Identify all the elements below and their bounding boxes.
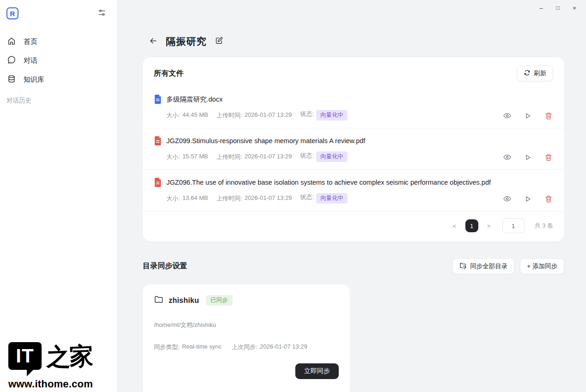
status-label: 状态: bbox=[300, 151, 314, 162]
run-button[interactable] bbox=[523, 153, 532, 163]
pagination: < 1 > 共 3 条 bbox=[143, 211, 564, 241]
trash-icon bbox=[544, 112, 553, 121]
status-badge: 向量化中 bbox=[316, 151, 348, 162]
size-label: 大小: bbox=[166, 194, 180, 203]
sidebar-item-knowledge-base[interactable]: 知识库 bbox=[0, 70, 117, 89]
preview-button[interactable] bbox=[502, 153, 512, 163]
status-badge: 向量化中 bbox=[316, 193, 348, 204]
upload-time: 2026-01-07 13:29 bbox=[244, 111, 292, 120]
play-icon bbox=[524, 195, 532, 205]
folder-sync-icon bbox=[459, 262, 467, 271]
sidebar: R 首页 bbox=[0, 0, 117, 392]
eye-icon bbox=[503, 194, 512, 205]
sync-folder-name: zhishiku bbox=[169, 296, 199, 305]
size-label: 大小: bbox=[166, 153, 180, 161]
sync-section-title: 目录同步设置 bbox=[143, 261, 187, 271]
refresh-button[interactable]: 刷新 bbox=[517, 66, 553, 81]
trash-icon bbox=[544, 153, 553, 163]
sync-now-button[interactable]: 立即同步 bbox=[295, 363, 339, 379]
add-sync-label: + 添加同步 bbox=[527, 262, 557, 271]
trash-icon bbox=[544, 195, 553, 205]
last-sync-label: 上次同步: bbox=[232, 343, 258, 351]
app-logo-letter: R bbox=[10, 10, 15, 17]
eye-icon bbox=[503, 111, 512, 121]
sync-all-button[interactable]: 同步全部目录 bbox=[452, 258, 514, 274]
preview-button[interactable] bbox=[502, 112, 512, 121]
upload-label: 上传时间: bbox=[216, 111, 242, 120]
maximize-button[interactable]: □ bbox=[552, 3, 564, 13]
sidebar-nav: 首页 对话 知识库 bbox=[0, 32, 117, 89]
back-arrow-icon bbox=[149, 36, 158, 47]
delete-button[interactable] bbox=[544, 112, 553, 121]
sidebar-item-label: 对话 bbox=[24, 56, 37, 65]
sliders-icon bbox=[98, 8, 106, 19]
play-icon bbox=[524, 153, 532, 163]
file-name[interactable]: JGZ099.Stimulus-responsive shape memory … bbox=[166, 137, 365, 145]
status-badge: 向量化中 bbox=[316, 110, 348, 121]
main-area: – □ × 隔振研究 bbox=[117, 0, 586, 392]
upload-label: 上传时间: bbox=[216, 153, 242, 161]
doc-file-icon-red bbox=[154, 136, 162, 145]
sync-section-header: 目录同步设置 同步全部目录 bbox=[143, 258, 564, 274]
sync-type-label: 同步类型: bbox=[154, 343, 180, 351]
files-card-title: 所有文件 bbox=[154, 69, 183, 78]
close-button[interactable]: × bbox=[568, 3, 580, 13]
sync-folder-path: /home/mt/文档/zhishiku bbox=[154, 321, 339, 329]
database-icon bbox=[7, 74, 16, 85]
last-sync-value: 2026-01-07 13:29 bbox=[260, 343, 307, 351]
doc-file-icon-red bbox=[154, 178, 162, 187]
file-size: 44.45 MB bbox=[183, 111, 208, 120]
back-button[interactable] bbox=[148, 36, 158, 47]
file-name[interactable]: 多级隔震研究.docx bbox=[166, 95, 223, 104]
size-label: 大小: bbox=[166, 111, 180, 120]
file-row: JGZ096.The use of innovative base isolat… bbox=[143, 169, 564, 211]
sync-all-label: 同步全部目录 bbox=[470, 262, 507, 271]
run-button[interactable] bbox=[523, 112, 532, 121]
refresh-icon bbox=[524, 69, 531, 78]
status-label: 状态: bbox=[300, 193, 314, 204]
file-row: JGZ099.Stimulus-responsive shape memory … bbox=[143, 128, 564, 169]
file-row: 多级隔震研究.docx 大小:44.45 MB 上传时间:2026-01-07 … bbox=[143, 87, 564, 128]
current-page-button[interactable]: 1 bbox=[465, 219, 478, 232]
play-icon bbox=[524, 112, 532, 121]
chat-icon bbox=[7, 55, 16, 66]
app-logo[interactable]: R bbox=[6, 7, 18, 19]
delete-button[interactable] bbox=[544, 195, 553, 204]
all-files-card: 所有文件 刷新 bbox=[143, 57, 564, 241]
upload-time: 2026-01-07 13:29 bbox=[244, 153, 292, 161]
window-controls: – □ × bbox=[535, 3, 580, 13]
page-jump-input[interactable] bbox=[502, 218, 525, 233]
refresh-label: 刷新 bbox=[534, 69, 546, 78]
rename-button[interactable] bbox=[214, 37, 224, 46]
eye-icon bbox=[503, 153, 512, 163]
preview-button[interactable] bbox=[502, 195, 512, 204]
delete-button[interactable] bbox=[544, 153, 553, 163]
sidebar-item-label: 首页 bbox=[24, 37, 37, 46]
page-header: 隔振研究 bbox=[143, 35, 564, 48]
file-size: 13.64 MB bbox=[183, 194, 208, 203]
next-page-button[interactable]: > bbox=[485, 223, 493, 229]
sidebar-item-label: 知识库 bbox=[24, 75, 44, 84]
run-button[interactable] bbox=[523, 195, 532, 204]
sidebar-item-chat[interactable]: 对话 bbox=[0, 51, 117, 70]
app-window: R 首页 bbox=[0, 0, 586, 392]
sidebar-settings-button[interactable] bbox=[97, 8, 107, 18]
upload-time: 2026-01-07 13:29 bbox=[244, 194, 292, 203]
chat-history-label: 对话历史 bbox=[0, 96, 117, 105]
file-name[interactable]: JGZ096.The use of innovative base isolat… bbox=[166, 179, 491, 186]
upload-label: 上传时间: bbox=[216, 194, 242, 203]
edit-icon bbox=[215, 36, 223, 47]
folder-icon bbox=[154, 295, 164, 306]
sync-folder-card: zhishiku 已同步 /home/mt/文档/zhishiku 同步类型:R… bbox=[143, 284, 350, 392]
doc-file-icon-blue bbox=[154, 95, 162, 104]
total-count-label: 共 3 条 bbox=[535, 222, 553, 230]
synced-badge: 已同步 bbox=[206, 295, 233, 306]
status-label: 状态: bbox=[300, 110, 314, 121]
prev-page-button[interactable]: < bbox=[451, 223, 459, 229]
sidebar-item-home[interactable]: 首页 bbox=[0, 32, 117, 51]
home-icon bbox=[7, 36, 16, 47]
minimize-button[interactable]: – bbox=[535, 3, 547, 13]
add-sync-button[interactable]: + 添加同步 bbox=[520, 258, 564, 274]
sync-type-value: Real-time sync bbox=[182, 343, 222, 351]
file-size: 15.57 MB bbox=[183, 153, 208, 161]
